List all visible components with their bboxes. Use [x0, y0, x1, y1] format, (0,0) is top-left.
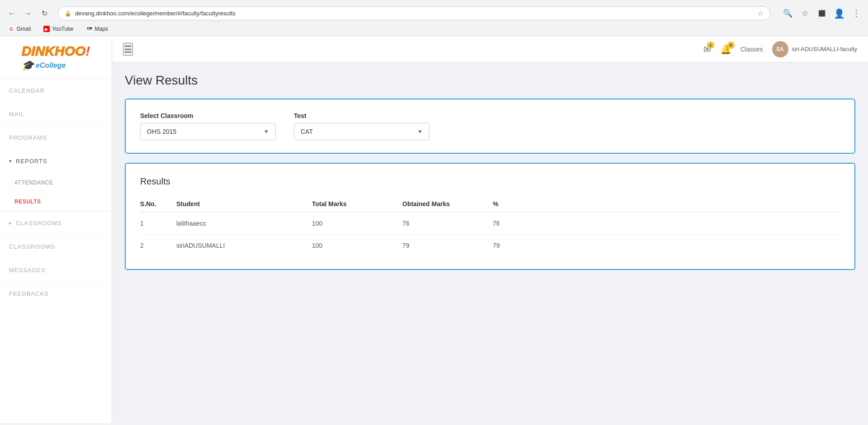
- browser-chrome: ← → ↻ 🔒 devang.dinkhoo.com/ecollege/memb…: [0, 0, 868, 36]
- classroom-filter-group: Select Classroom OHS 2015 ▼: [140, 112, 276, 140]
- test-value: CAT: [301, 128, 313, 135]
- logo-exclaim: !: [85, 43, 90, 59]
- table-row: 2 siriADUSUMALLI 100 79 79: [140, 235, 840, 257]
- col-total: Total Marks: [312, 196, 402, 212]
- maps-label: Maps: [95, 26, 108, 32]
- app-container: DINKHOO ! 🎓 eCollege CALENDAR MAIL PROGR…: [0, 36, 868, 423]
- browser-nav: ← → ↻ 🔒 devang.dinkhoo.com/ecollege/memb…: [5, 4, 863, 23]
- hamburger-button[interactable]: ☰: [123, 43, 133, 56]
- table-body: 1 lalithaaecc 100 76 76 2 siriADUSUMALLI…: [140, 212, 840, 257]
- results-title: Results: [140, 176, 840, 187]
- col-sno: S.No.: [140, 196, 176, 212]
- cell-total-0: 100: [312, 212, 402, 235]
- classes-link[interactable]: Classes: [741, 46, 763, 53]
- mail-label: MAIL: [9, 111, 24, 118]
- results-label: RESULTS: [14, 198, 41, 205]
- sidebar-item-reports[interactable]: ▾ REPORTS: [0, 150, 112, 173]
- user-name: siri ADUSUMALLI-faculty: [792, 46, 857, 52]
- reports-label: REPORTS: [16, 158, 47, 165]
- mail-badge: 1: [707, 42, 714, 49]
- main-area: ☰ ✉ 1 🔔 0 Classes SA siri ADUSUMALLI-fac…: [112, 36, 868, 423]
- messages-label: MESSAGES: [9, 267, 46, 274]
- classrooms-label: CLASSROOMS: [9, 243, 55, 250]
- logo-ecollege: 🎓 eCollege: [22, 60, 90, 71]
- col-percent: %: [493, 196, 840, 212]
- sidebar: DINKHOO ! 🎓 eCollege CALENDAR MAIL PROGR…: [0, 36, 112, 423]
- maps-icon: 🗺: [86, 26, 93, 32]
- sidebar-item-programs[interactable]: PROGRAMS: [0, 126, 112, 150]
- programs-label: PROGRAMS: [9, 134, 47, 141]
- results-table: S.No. Student Total Marks Obtained Marks…: [140, 196, 840, 256]
- attendance-label: ATTENDANCE: [14, 179, 53, 186]
- refresh-button[interactable]: ↻: [38, 7, 51, 20]
- extension-button[interactable]: ⬛: [816, 7, 828, 20]
- sidebar-logo: DINKHOO ! 🎓 eCollege: [0, 36, 112, 79]
- results-card: Results S.No. Student Total Marks Obtain…: [125, 163, 855, 270]
- url-text: devang.dinkhoo.com/ecollege/member/#/fac…: [75, 10, 754, 17]
- youtube-label: YouTube: [52, 26, 73, 32]
- calendar-label: CALENDAR: [9, 87, 45, 94]
- bookmarks-bar: G Gmail ▶ YouTube 🗺 Maps: [5, 23, 863, 36]
- address-bar[interactable]: 🔒 devang.dinkhoo.com/ecollege/member/#/f…: [58, 6, 770, 20]
- classroom-select[interactable]: OHS 2015 ▼: [140, 123, 276, 140]
- chevron-down-icon: ▾: [9, 158, 12, 164]
- main-content: View Results Select Classroom OHS 2015 ▼…: [112, 62, 868, 423]
- table-header-row: S.No. Student Total Marks Obtained Marks…: [140, 196, 840, 212]
- sidebar-item-messages[interactable]: MESSAGES: [0, 259, 112, 282]
- mail-icon-wrap[interactable]: ✉ 1: [703, 44, 711, 55]
- sidebar-item-results[interactable]: RESULTS: [0, 192, 112, 211]
- gmail-icon: G: [8, 26, 14, 32]
- sidebar-item-classrooms-expand[interactable]: ▸ CLASSROOMS: [0, 212, 112, 235]
- main-header: ☰ ✉ 1 🔔 0 Classes SA siri ADUSUMALLI-fac…: [112, 36, 868, 62]
- cell-obtained-0: 76: [402, 212, 493, 235]
- bell-badge: 0: [727, 42, 735, 49]
- col-student: Student: [176, 196, 312, 212]
- bell-icon-wrap[interactable]: 🔔 0: [720, 44, 731, 55]
- test-select[interactable]: CAT ▼: [294, 123, 429, 140]
- sidebar-item-mail[interactable]: MAIL: [0, 103, 112, 126]
- star-button[interactable]: ☆: [798, 7, 811, 20]
- classroom-value: OHS 2015: [147, 128, 176, 135]
- col-obtained: Obtained Marks: [402, 196, 493, 212]
- cell-sno-0: 1: [140, 212, 176, 235]
- sidebar-item-calendar[interactable]: CALENDAR: [0, 79, 112, 103]
- sidebar-item-attendance[interactable]: ATTENDANCE: [0, 173, 112, 192]
- bookmark-maps[interactable]: 🗺 Maps: [84, 25, 111, 33]
- cell-percent-0: 76: [493, 212, 840, 235]
- youtube-icon: ▶: [43, 26, 50, 32]
- header-actions: ✉ 1 🔔 0 Classes SA siri ADUSUMALLI-facul…: [703, 41, 857, 57]
- classrooms-expand-label: CLASSROOMS: [16, 220, 62, 227]
- profile-button[interactable]: 👤: [833, 7, 845, 20]
- sidebar-item-feedbacks[interactable]: FEEDBACKS: [0, 282, 112, 306]
- search-button[interactable]: 🔍: [781, 7, 794, 20]
- forward-button[interactable]: →: [22, 7, 34, 20]
- logo-dinkhoo: DINKHOO: [22, 43, 86, 59]
- sidebar-item-classrooms[interactable]: CLASSROOMS: [0, 235, 112, 259]
- security-icon: 🔒: [65, 10, 71, 17]
- user-avatar-wrap[interactable]: SA siri ADUSUMALLI-faculty: [772, 41, 857, 57]
- cell-student-1: siriADUSUMALLI: [176, 235, 312, 257]
- gmail-label: Gmail: [17, 26, 31, 32]
- cell-obtained-1: 79: [402, 235, 493, 257]
- graduation-hat-icon: 🎓: [22, 60, 34, 71]
- test-chevron-icon: ▼: [417, 128, 423, 135]
- bookmark-youtube[interactable]: ▶ YouTube: [41, 25, 76, 33]
- bookmark-star[interactable]: ☆: [757, 9, 764, 18]
- feedbacks-label: FEEDBACKS: [9, 290, 49, 297]
- menu-button[interactable]: ⋮: [850, 7, 863, 20]
- back-button[interactable]: ←: [5, 7, 18, 20]
- cell-percent-1: 79: [493, 235, 840, 257]
- avatar: SA: [772, 41, 788, 57]
- bookmark-gmail[interactable]: G Gmail: [5, 25, 33, 33]
- filter-card: Select Classroom OHS 2015 ▼ Test CAT ▼: [125, 99, 855, 154]
- chevron-right-icon: ▸: [9, 220, 12, 226]
- ecollege-text: eCollege: [36, 61, 66, 70]
- cell-sno-1: 2: [140, 235, 176, 257]
- avatar-initials: SA: [776, 46, 784, 52]
- filter-row: Select Classroom OHS 2015 ▼ Test CAT ▼: [140, 112, 840, 140]
- cell-student-0: lalithaaecc: [176, 212, 312, 235]
- page-title: View Results: [125, 73, 855, 88]
- table-header: S.No. Student Total Marks Obtained Marks…: [140, 196, 840, 212]
- table-row: 1 lalithaaecc 100 76 76: [140, 212, 840, 235]
- cell-total-1: 100: [312, 235, 402, 257]
